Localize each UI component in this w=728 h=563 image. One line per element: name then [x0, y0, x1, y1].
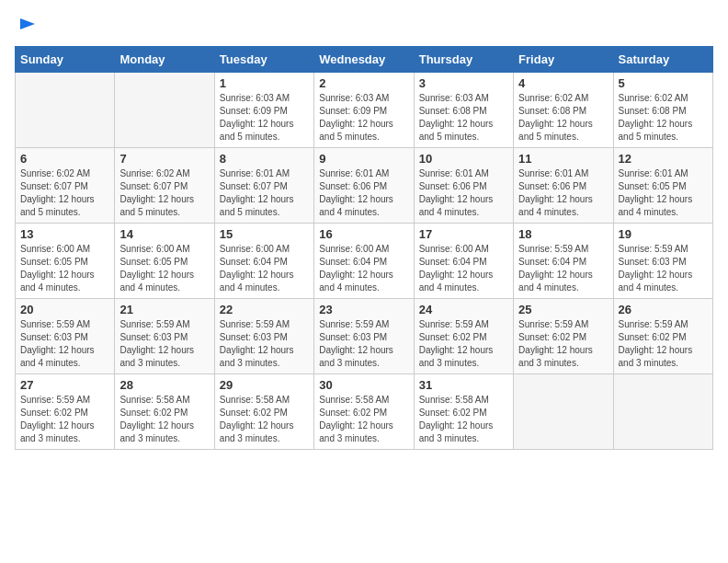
- day-info: Sunrise: 6:01 AM Sunset: 6:06 PM Dayligh…: [518, 167, 608, 219]
- calendar-cell: [613, 374, 712, 450]
- day-info: Sunrise: 5:59 AM Sunset: 6:02 PM Dayligh…: [518, 318, 608, 370]
- day-number: 2: [319, 76, 408, 90]
- day-info: Sunrise: 5:59 AM Sunset: 6:03 PM Dayligh…: [119, 318, 209, 370]
- calendar-table: SundayMondayTuesdayWednesdayThursdayFrid…: [15, 46, 713, 450]
- weekday-header: Saturday: [613, 47, 712, 73]
- header: [15, 15, 713, 35]
- day-number: 6: [20, 152, 109, 166]
- day-number: 7: [119, 152, 209, 166]
- day-number: 23: [319, 303, 408, 316]
- calendar-cell: 8Sunrise: 6:01 AM Sunset: 6:07 PM Daylig…: [214, 148, 313, 224]
- day-number: 29: [220, 378, 309, 392]
- day-info: Sunrise: 5:59 AM Sunset: 6:03 PM Dayligh…: [319, 318, 408, 370]
- day-number: 3: [419, 76, 508, 90]
- day-info: Sunrise: 5:58 AM Sunset: 6:02 PM Dayligh…: [220, 394, 309, 445]
- weekday-header: Monday: [115, 47, 214, 73]
- calendar-cell: 24Sunrise: 5:59 AM Sunset: 6:02 PM Dayli…: [414, 299, 513, 374]
- calendar-cell: 10Sunrise: 6:01 AM Sunset: 6:06 PM Dayli…: [414, 148, 513, 224]
- calendar-cell: 11Sunrise: 6:01 AM Sunset: 6:06 PM Dayli…: [514, 148, 613, 224]
- day-number: 31: [419, 378, 508, 392]
- day-number: 24: [419, 303, 508, 316]
- calendar-cell: 16Sunrise: 6:00 AM Sunset: 6:04 PM Dayli…: [314, 224, 414, 299]
- day-number: 1: [220, 76, 309, 90]
- day-info: Sunrise: 5:58 AM Sunset: 6:02 PM Dayligh…: [419, 394, 508, 445]
- calendar-cell: 26Sunrise: 5:59 AM Sunset: 6:02 PM Dayli…: [613, 299, 712, 374]
- day-info: Sunrise: 5:58 AM Sunset: 6:02 PM Dayligh…: [119, 394, 209, 445]
- weekday-header: Sunday: [16, 47, 115, 73]
- day-info: Sunrise: 6:01 AM Sunset: 6:06 PM Dayligh…: [319, 167, 408, 219]
- weekday-header: Tuesday: [214, 47, 313, 73]
- day-number: 5: [619, 76, 708, 90]
- day-info: Sunrise: 6:00 AM Sunset: 6:04 PM Dayligh…: [319, 243, 408, 294]
- day-number: 17: [419, 227, 508, 241]
- day-number: 26: [619, 303, 708, 316]
- calendar-cell: 19Sunrise: 5:59 AM Sunset: 6:03 PM Dayli…: [613, 224, 712, 299]
- calendar-cell: 23Sunrise: 5:59 AM Sunset: 6:03 PM Dayli…: [314, 299, 414, 374]
- calendar-cell: [115, 73, 214, 148]
- day-number: 16: [319, 227, 408, 241]
- day-number: 18: [518, 227, 608, 241]
- calendar-cell: 6Sunrise: 6:02 AM Sunset: 6:07 PM Daylig…: [16, 148, 115, 224]
- calendar-cell: 29Sunrise: 5:58 AM Sunset: 6:02 PM Dayli…: [214, 374, 313, 450]
- day-number: 14: [119, 227, 209, 241]
- calendar-cell: 7Sunrise: 6:02 AM Sunset: 6:07 PM Daylig…: [115, 148, 214, 224]
- calendar-cell: 31Sunrise: 5:58 AM Sunset: 6:02 PM Dayli…: [414, 374, 513, 450]
- calendar-cell: 9Sunrise: 6:01 AM Sunset: 6:06 PM Daylig…: [314, 148, 414, 224]
- day-info: Sunrise: 5:59 AM Sunset: 6:04 PM Dayligh…: [518, 243, 608, 294]
- calendar-cell: 3Sunrise: 6:03 AM Sunset: 6:08 PM Daylig…: [414, 73, 513, 148]
- day-info: Sunrise: 6:02 AM Sunset: 6:07 PM Dayligh…: [119, 167, 209, 219]
- day-number: 10: [419, 152, 508, 166]
- day-number: 22: [220, 303, 309, 316]
- day-number: 11: [518, 152, 608, 166]
- day-number: 15: [220, 227, 309, 241]
- calendar-cell: [514, 374, 613, 450]
- day-number: 13: [20, 227, 109, 241]
- weekday-header: Friday: [514, 47, 613, 73]
- day-info: Sunrise: 5:59 AM Sunset: 6:03 PM Dayligh…: [20, 318, 109, 370]
- day-info: Sunrise: 6:00 AM Sunset: 6:04 PM Dayligh…: [419, 243, 508, 294]
- calendar-cell: 30Sunrise: 5:58 AM Sunset: 6:02 PM Dayli…: [314, 374, 414, 450]
- calendar-cell: 25Sunrise: 5:59 AM Sunset: 6:02 PM Dayli…: [514, 299, 613, 374]
- calendar-cell: 18Sunrise: 5:59 AM Sunset: 6:04 PM Dayli…: [514, 224, 613, 299]
- calendar-cell: 15Sunrise: 6:00 AM Sunset: 6:04 PM Dayli…: [214, 224, 313, 299]
- day-info: Sunrise: 6:03 AM Sunset: 6:08 PM Dayligh…: [419, 92, 508, 144]
- day-info: Sunrise: 6:03 AM Sunset: 6:09 PM Dayligh…: [220, 92, 309, 144]
- calendar-cell: 1Sunrise: 6:03 AM Sunset: 6:09 PM Daylig…: [214, 73, 313, 148]
- calendar-cell: 5Sunrise: 6:02 AM Sunset: 6:08 PM Daylig…: [613, 73, 712, 148]
- day-info: Sunrise: 6:02 AM Sunset: 6:07 PM Dayligh…: [20, 167, 109, 219]
- day-info: Sunrise: 5:59 AM Sunset: 6:03 PM Dayligh…: [220, 318, 309, 370]
- day-info: Sunrise: 6:01 AM Sunset: 6:06 PM Dayligh…: [419, 167, 508, 219]
- day-info: Sunrise: 6:00 AM Sunset: 6:05 PM Dayligh…: [119, 243, 209, 294]
- weekday-header: Wednesday: [314, 47, 414, 73]
- logo-flag-icon: [17, 15, 37, 35]
- calendar-cell: 27Sunrise: 5:59 AM Sunset: 6:02 PM Dayli…: [16, 374, 115, 450]
- day-number: 9: [319, 152, 408, 166]
- day-info: Sunrise: 5:58 AM Sunset: 6:02 PM Dayligh…: [319, 394, 408, 445]
- day-info: Sunrise: 5:59 AM Sunset: 6:02 PM Dayligh…: [419, 318, 508, 370]
- day-info: Sunrise: 6:02 AM Sunset: 6:08 PM Dayligh…: [518, 92, 608, 144]
- day-number: 30: [319, 378, 408, 392]
- logo: [15, 15, 37, 35]
- calendar-cell: [16, 73, 115, 148]
- day-info: Sunrise: 5:59 AM Sunset: 6:03 PM Dayligh…: [619, 243, 708, 294]
- calendar-cell: 14Sunrise: 6:00 AM Sunset: 6:05 PM Dayli…: [115, 224, 214, 299]
- day-info: Sunrise: 6:01 AM Sunset: 6:05 PM Dayligh…: [619, 167, 708, 219]
- day-number: 12: [619, 152, 708, 166]
- day-info: Sunrise: 6:00 AM Sunset: 6:04 PM Dayligh…: [220, 243, 309, 294]
- day-info: Sunrise: 5:59 AM Sunset: 6:02 PM Dayligh…: [619, 318, 708, 370]
- day-info: Sunrise: 6:03 AM Sunset: 6:09 PM Dayligh…: [319, 92, 408, 144]
- calendar-cell: 21Sunrise: 5:59 AM Sunset: 6:03 PM Dayli…: [115, 299, 214, 374]
- calendar-cell: 2Sunrise: 6:03 AM Sunset: 6:09 PM Daylig…: [314, 73, 414, 148]
- day-info: Sunrise: 6:02 AM Sunset: 6:08 PM Dayligh…: [619, 92, 708, 144]
- day-number: 8: [220, 152, 309, 166]
- day-info: Sunrise: 6:01 AM Sunset: 6:07 PM Dayligh…: [220, 167, 309, 219]
- calendar-cell: 20Sunrise: 5:59 AM Sunset: 6:03 PM Dayli…: [16, 299, 115, 374]
- calendar-cell: 12Sunrise: 6:01 AM Sunset: 6:05 PM Dayli…: [613, 148, 712, 224]
- calendar-cell: 13Sunrise: 6:00 AM Sunset: 6:05 PM Dayli…: [16, 224, 115, 299]
- calendar-cell: 22Sunrise: 5:59 AM Sunset: 6:03 PM Dayli…: [214, 299, 313, 374]
- day-number: 25: [518, 303, 608, 316]
- day-number: 4: [518, 76, 608, 90]
- day-number: 20: [20, 303, 109, 316]
- day-number: 21: [119, 303, 209, 316]
- weekday-header: Thursday: [414, 47, 513, 73]
